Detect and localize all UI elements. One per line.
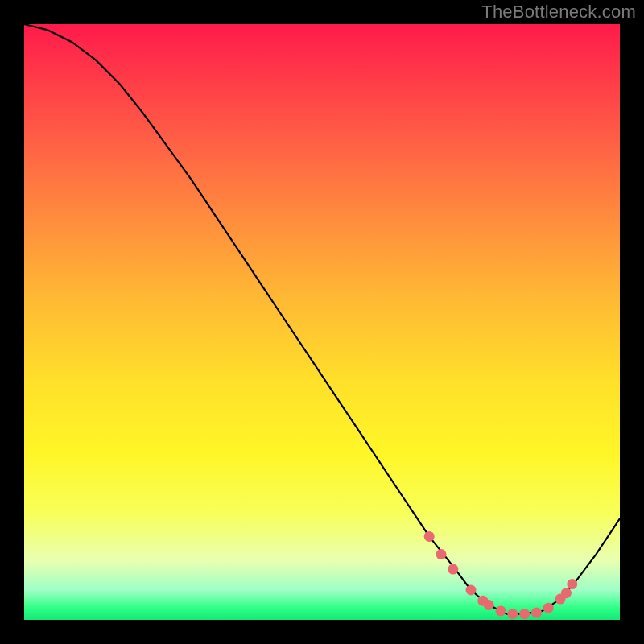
data-point [496,605,506,616]
data-point [466,585,477,596]
highlight-points [424,531,578,619]
data-point [543,603,554,613]
data-point [567,579,577,589]
plot-area [24,24,620,620]
chart-frame: TheBottleneck.com [0,0,644,644]
data-point [531,608,542,618]
data-point [561,588,572,598]
data-point [519,609,530,619]
watermark-label: TheBottleneck.com [481,2,636,23]
curve-svg [24,24,620,620]
data-point [424,531,435,542]
bottleneck-curve [24,24,620,614]
data-point [507,609,518,619]
data-point [448,564,458,575]
data-point [484,600,494,610]
data-point [436,549,447,559]
